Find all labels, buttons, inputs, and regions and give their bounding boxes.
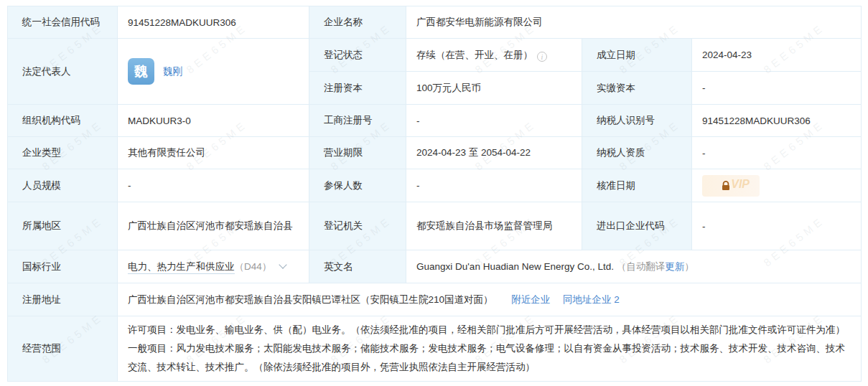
business-term-label: 营业期限 xyxy=(309,137,406,169)
import-export-value: - xyxy=(692,202,862,250)
business-scope-text: 许可项目：发电业务、输电业务、供（配）电业务。（依法须经批准的项目，经相关部门批… xyxy=(128,321,851,377)
vip-locked-value[interactable]: VIP xyxy=(702,175,760,197)
staff-size-value: - xyxy=(118,169,309,202)
establish-date-value: 2024-04-23 xyxy=(692,39,862,72)
reg-capital-value: 100万元人民币 xyxy=(406,72,582,105)
taxpayer-quality-label: 纳税人资质 xyxy=(582,137,692,169)
company-info-table: 统一社会信用代码 91451228MADKUUR306 企业名称 广西都安华电新… xyxy=(7,6,862,382)
english-name-label: 英文名 xyxy=(309,250,406,283)
reg-authority-label: 登记机关 xyxy=(309,202,406,250)
industry-label: 国标行业 xyxy=(8,250,118,283)
nearby-companies-link[interactable]: 附近企业 xyxy=(511,294,550,305)
taxpayer-quality-value: - xyxy=(692,137,862,169)
insured-count-value: - xyxy=(406,169,582,202)
establish-date-label: 成立日期 xyxy=(582,39,692,72)
credit-code-value: 91451228MADKUUR306 xyxy=(118,6,309,39)
table-row: 统一社会信用代码 91451228MADKUUR306 企业名称 广西都安华电新… xyxy=(8,6,862,39)
org-code-value: MADKUUR3-0 xyxy=(118,105,309,137)
paid-capital-value: - xyxy=(692,72,862,105)
insured-count-label: 参保人数 xyxy=(309,169,406,202)
import-export-label: 进出口企业代码 xyxy=(582,202,692,250)
reg-status-label: 登记状态 xyxy=(309,39,406,72)
region-value: 广西壮族自治区河池市都安瑶族自治县 xyxy=(118,202,309,250)
auto-translate-note: （自动翻译 xyxy=(617,261,666,272)
region-label: 所属地区 xyxy=(8,202,118,250)
credit-code-label: 统一社会信用代码 xyxy=(8,6,118,39)
table-row: 国标行业 电力、热力生产和供应业（D44） 英文名 Guangxi Du'an … xyxy=(8,250,862,283)
legal-rep-label: 法定代表人 xyxy=(8,39,118,105)
reg-authority-value: 都安瑶族自治县市场监督管理局 xyxy=(406,202,582,250)
lock-icon xyxy=(720,180,732,192)
reg-address-cell: 广西壮族自治区河池市都安瑶族自治县安阳镇巴谭社区（安阳镇卫生院210国道对面） … xyxy=(118,283,862,316)
business-term-value: 2024-04-23 至 2054-04-22 xyxy=(406,137,582,169)
reg-status-cell: 存续（在营、开业、在册）i xyxy=(406,39,582,72)
business-scope-label: 经营范围 xyxy=(8,316,118,382)
business-reg-no-value: - xyxy=(406,105,582,137)
taxpayer-id-label: 纳税人识别号 xyxy=(582,105,692,137)
english-name-value: Guangxi Du'an Huadian New Energy Co., Lt… xyxy=(416,261,614,272)
reg-capital-label: 注册资本 xyxy=(309,72,406,105)
table-row: 人员规模 - 参保人数 - 核准日期 VIP xyxy=(8,169,862,202)
translate-update-link[interactable]: 更新 xyxy=(665,261,684,272)
info-icon[interactable]: i xyxy=(537,52,547,62)
company-type-value: 其他有限责任公司 xyxy=(118,137,309,169)
industry-cell: 电力、热力生产和供应业（D44） xyxy=(118,250,309,283)
business-scope-value: 许可项目：发电业务、输电业务、供（配）电业务。（依法须经批准的项目，经相关部门批… xyxy=(118,316,862,382)
org-code-label: 组织机构代码 xyxy=(8,105,118,137)
business-reg-no-label: 工商注册号 xyxy=(309,105,406,137)
chevron-down-icon[interactable] xyxy=(279,260,287,268)
table-row: 经营范围 许可项目：发电业务、输电业务、供（配）电业务。（依法须经批准的项目，经… xyxy=(8,316,862,382)
taxpayer-id-value: 91451228MADKUUR306 xyxy=(692,105,862,137)
legal-rep-name-link[interactable]: 魏刚 xyxy=(163,65,182,78)
company-type-label: 企业类型 xyxy=(8,137,118,169)
reg-status-value: 存续（在营、开业、在册） xyxy=(416,50,533,60)
industry-code: （D44） xyxy=(235,261,272,272)
table-row: 组织机构代码 MADKUUR3-0 工商注册号 - 纳税人识别号 9145122… xyxy=(8,105,862,137)
approval-date-cell: VIP xyxy=(692,169,862,202)
table-row: 所属地区 广西壮族自治区河池市都安瑶族自治县 登记机关 都安瑶族自治县市场监督管… xyxy=(8,202,862,250)
company-name-label: 企业名称 xyxy=(309,6,406,39)
legal-rep-cell: 魏 魏刚 xyxy=(118,39,309,105)
approval-date-label: 核准日期 xyxy=(582,169,692,202)
legal-rep-avatar[interactable]: 魏 xyxy=(128,58,154,85)
auto-translate-note-close: ） xyxy=(684,261,694,272)
vip-watermark-text: VIP xyxy=(731,178,750,191)
table-row: 注册地址 广西壮族自治区河池市都安瑶族自治县安阳镇巴谭社区（安阳镇卫生院210国… xyxy=(8,283,862,316)
table-row: 法定代表人 魏 魏刚 登记状态 存续（在营、开业、在册）i 成立日期 2024-… xyxy=(8,39,862,72)
reg-address-value: 广西壮族自治区河池市都安瑶族自治县安阳镇巴谭社区（安阳镇卫生院210国道对面） xyxy=(128,294,493,305)
industry-term[interactable]: 电力、热力生产和供应业 xyxy=(128,261,235,274)
table-row: 企业类型 其他有限责任公司 营业期限 2024-04-23 至 2054-04-… xyxy=(8,137,862,169)
reg-address-label: 注册地址 xyxy=(8,283,118,316)
company-name-value: 广西都安华电新能源有限公司 xyxy=(406,6,862,39)
same-address-companies-link[interactable]: 同地址企业 2 xyxy=(563,294,620,305)
english-name-cell: Guangxi Du'an Huadian New Energy Co., Lt… xyxy=(406,250,862,283)
staff-size-label: 人员规模 xyxy=(8,169,118,202)
paid-capital-label: 实缴资本 xyxy=(582,72,692,105)
